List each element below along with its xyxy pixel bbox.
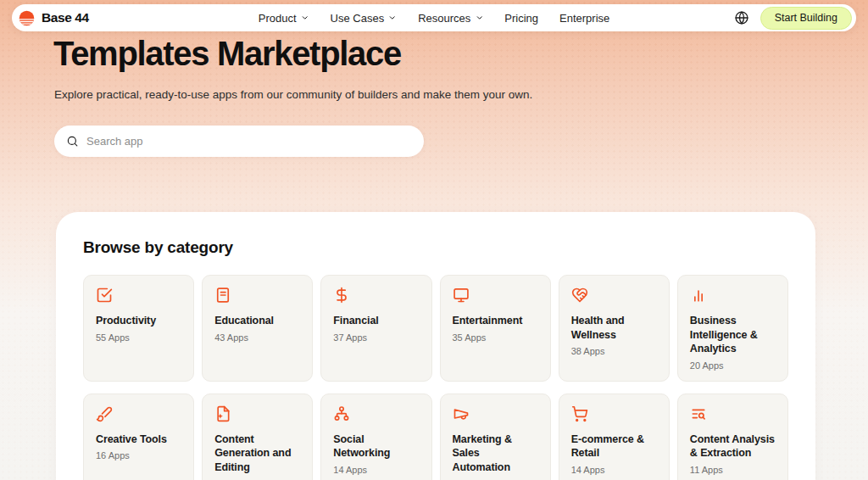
category-count: 20 Apps (690, 360, 776, 371)
category-label: Health and Wellness (571, 314, 658, 342)
nav-item-label: Product (259, 12, 297, 25)
nav-item-use-cases[interactable]: Use Cases (331, 12, 398, 25)
category-card-creative-tools[interactable]: Creative Tools 16 Apps (83, 393, 194, 480)
search-input[interactable] (86, 135, 412, 148)
chevron-down-icon (388, 14, 397, 22)
nav-item-label: Use Cases (331, 12, 385, 25)
category-label: Financial (333, 314, 420, 328)
page-subtitle: Explore practical, ready-to-use apps fro… (54, 88, 532, 101)
category-count: 55 Apps (96, 332, 182, 343)
category-label: E-commerce & Retail (571, 433, 658, 460)
category-card-content-generation[interactable]: Content Generation and Editing 14 Apps (202, 393, 313, 480)
bar-chart-icon (690, 287, 707, 304)
file-sparkle-icon (214, 405, 231, 422)
category-label: Social Networking (333, 433, 420, 460)
category-label: Marketing & Sales Automation (453, 433, 539, 475)
category-card-marketing-sales[interactable]: Marketing & Sales Automation 18 Apps (440, 393, 551, 480)
section-heading: Browse by category (83, 238, 788, 257)
notebook-icon (214, 287, 231, 304)
category-count: 35 Apps (453, 332, 539, 343)
category-card-social-networking[interactable]: Social Networking 14 Apps (320, 393, 431, 480)
main-nav: Product Use Cases Resources Pricing Ente… (259, 12, 610, 25)
category-count: 14 Apps (333, 465, 420, 475)
network-icon (333, 405, 350, 422)
category-card-business-intelligence[interactable]: Business Intelligence & Analytics 20 App… (677, 275, 788, 382)
browse-by-category-panel: Browse by category Productivity 55 Apps … (56, 212, 815, 480)
category-grid: Productivity 55 Apps Educational 43 Apps… (83, 275, 788, 480)
nav-item-label: Pricing (504, 12, 538, 25)
chevron-down-icon (475, 14, 483, 22)
page-title: Templates Marketplace (53, 35, 401, 73)
category-card-educational[interactable]: Educational 43 Apps (202, 275, 313, 382)
nav-item-label: Enterprise (559, 12, 609, 25)
brush-icon (96, 405, 113, 422)
heart-handshake-icon (571, 287, 588, 304)
category-count: 16 Apps (96, 450, 182, 460)
category-count: 14 Apps (571, 465, 658, 475)
category-label: Entertainment (453, 314, 539, 328)
top-navbar: Base 44 Product Use Cases Resources Pric… (12, 4, 856, 31)
category-count: 37 Apps (333, 332, 420, 343)
nav-item-product[interactable]: Product (259, 12, 309, 25)
search-bar[interactable] (54, 126, 424, 157)
category-count: 43 Apps (214, 332, 301, 343)
text-search-icon (690, 405, 707, 422)
category-label: Productivity (96, 314, 182, 328)
monitor-icon (453, 287, 470, 304)
nav-item-resources[interactable]: Resources (418, 12, 483, 25)
category-card-health-wellness[interactable]: Health and Wellness 38 Apps (559, 275, 670, 382)
category-card-financial[interactable]: Financial 37 Apps (320, 275, 431, 382)
brand-name: Base 44 (42, 10, 89, 25)
category-label: Content Generation and Editing (214, 433, 301, 475)
category-card-entertainment[interactable]: Entertainment 35 Apps (440, 275, 551, 382)
category-card-productivity[interactable]: Productivity 55 Apps (83, 275, 194, 382)
check-square-icon (96, 287, 113, 304)
sunset-logo-icon (18, 9, 36, 27)
nav-item-label: Resources (418, 12, 470, 25)
category-card-content-analysis[interactable]: Content Analysis & Extraction 11 Apps (677, 393, 788, 480)
navbar-right: Start Building (734, 7, 852, 30)
category-label: Content Analysis & Extraction (690, 433, 776, 460)
nav-item-pricing[interactable]: Pricing (504, 12, 538, 25)
category-card-ecommerce-retail[interactable]: E-commerce & Retail 14 Apps (559, 393, 670, 480)
nav-item-enterprise[interactable]: Enterprise (559, 12, 609, 25)
chevron-down-icon (301, 14, 309, 22)
dollar-icon (333, 287, 350, 304)
globe-icon[interactable] (734, 10, 749, 25)
category-label: Educational (214, 314, 301, 328)
megaphone-icon (453, 405, 470, 422)
category-count: 11 Apps (690, 465, 776, 475)
brand-logo[interactable]: Base 44 (18, 9, 89, 27)
search-icon (66, 135, 79, 148)
category-label: Creative Tools (96, 433, 182, 447)
cart-icon (571, 405, 588, 422)
category-label: Business Intelligence & Analytics (690, 314, 776, 356)
category-count: 38 Apps (571, 346, 658, 356)
start-building-button[interactable]: Start Building (760, 7, 852, 30)
